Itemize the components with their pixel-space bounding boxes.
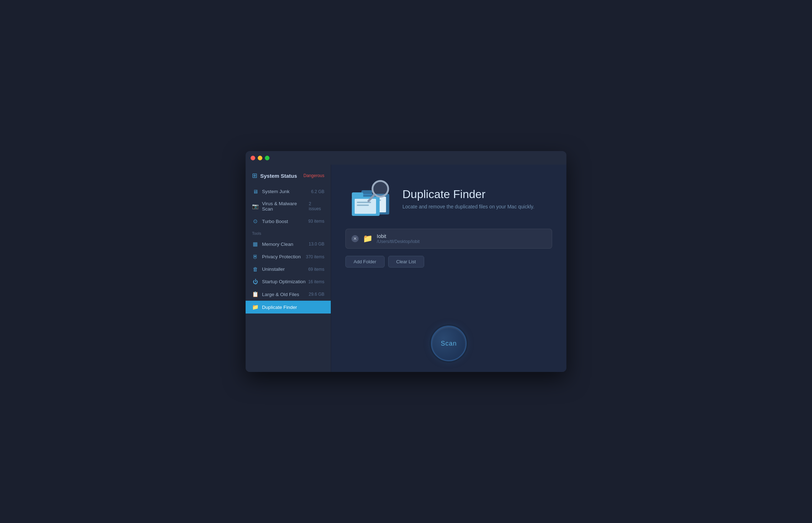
sidebar-item-duplicate-finder[interactable]: 📁 Duplicate Finder <box>246 301 331 314</box>
scan-area: Scan <box>331 268 566 372</box>
system-junk-icon: 🖥 <box>252 188 258 195</box>
folder-entry-info: Iobit /Users/tll/Desktop/Iobit <box>377 233 546 244</box>
duplicate-finder-icon: 📁 <box>252 304 258 310</box>
sidebar-item-turbo-boost[interactable]: ⊙ Turbo Boost 93 items <box>246 215 331 228</box>
startup-optimization-badge: 16 items <box>308 279 324 284</box>
svg-point-11 <box>372 181 388 197</box>
hero-icon <box>349 179 392 218</box>
hero-title: Duplicate Finder <box>402 188 534 201</box>
sidebar-item-large-old-files[interactable]: 📋 Large & Old Files 29.6 GB <box>246 288 331 301</box>
sidebar-item-privacy-protection[interactable]: ⛨ Privacy Protection 370 items <box>246 250 331 263</box>
large-old-files-badge: 29.6 GB <box>309 292 324 297</box>
sidebar-title-group: ⊞ System Status <box>252 172 297 180</box>
system-status-badge: Dangerous <box>303 173 324 178</box>
hero-subtitle: Locate and remove the duplicated files o… <box>402 204 534 209</box>
folder-entry: ✕ 📁 Iobit /Users/tll/Desktop/Iobit <box>345 229 552 249</box>
system-junk-badge: 6.2 GB <box>311 189 324 194</box>
memory-clean-label: Memory Clean <box>262 242 293 247</box>
folder-entry-name: Iobit <box>377 233 546 239</box>
sidebar-item-system-junk[interactable]: 🖥 System Junk 6.2 GB <box>246 185 331 198</box>
memory-clean-icon: ▦ <box>252 241 258 247</box>
hero-section: Duplicate Finder Locate and remove the d… <box>331 165 566 229</box>
virus-malware-badge: 2 issues <box>309 201 324 211</box>
sidebar-item-startup-optimization[interactable]: ⏻ Startup Optimization 16 items <box>246 275 331 288</box>
large-old-files-icon: 📋 <box>252 291 258 297</box>
folder-entry-icon: 📁 <box>363 234 372 243</box>
tools-section-label: Tools <box>246 228 331 238</box>
privacy-protection-icon: ⛨ <box>252 254 258 260</box>
svg-rect-8 <box>355 199 376 214</box>
large-old-files-label: Large & Old Files <box>262 292 299 297</box>
uninstaller-badge: 69 items <box>308 267 324 272</box>
virus-malware-label: Virus & Malware Scan <box>262 201 309 212</box>
uninstaller-icon: 🗑 <box>252 266 258 272</box>
sidebar-item-uninstaller[interactable]: 🗑 Uninstaller 69 items <box>246 263 331 275</box>
memory-clean-badge: 13.0 GB <box>309 242 324 247</box>
startup-optimization-icon: ⏻ <box>252 279 258 285</box>
minimize-button[interactable] <box>258 156 262 160</box>
turbo-boost-badge: 93 items <box>308 219 324 224</box>
scan-button[interactable]: Scan <box>431 326 467 361</box>
hero-text: Duplicate Finder Locate and remove the d… <box>402 188 534 209</box>
maximize-button[interactable] <box>265 156 269 160</box>
duplicate-finder-label: Duplicate Finder <box>262 305 297 310</box>
turbo-boost-icon: ⊙ <box>252 218 258 224</box>
startup-optimization-label: Startup Optimization <box>262 279 305 284</box>
clear-list-button[interactable]: Clear List <box>388 256 424 268</box>
app-body: ⊞ System Status Dangerous 🖥 System Junk … <box>246 165 566 372</box>
folder-actions: Add Folder Clear List <box>331 256 566 268</box>
folder-entry-path: /Users/tll/Desktop/Iobit <box>377 239 546 244</box>
traffic-lights <box>251 156 269 160</box>
remove-folder-button[interactable]: ✕ <box>351 235 359 242</box>
main-content: Duplicate Finder Locate and remove the d… <box>331 165 566 372</box>
duplicate-finder-illustration <box>349 179 392 218</box>
virus-malware-icon: 📷 <box>252 203 258 209</box>
uninstaller-label: Uninstaller <box>262 266 285 272</box>
sidebar-item-memory-clean[interactable]: ▦ Memory Clean 13.0 GB <box>246 238 331 250</box>
folder-list-section: ✕ 📁 Iobit /Users/tll/Desktop/Iobit <box>331 229 566 254</box>
title-bar <box>246 151 566 165</box>
sidebar-title: System Status <box>260 173 297 179</box>
svg-rect-10 <box>357 204 369 206</box>
sidebar-header: ⊞ System Status Dangerous <box>246 170 331 185</box>
turbo-boost-label: Turbo Boost <box>262 219 288 224</box>
system-status-icon: ⊞ <box>252 172 257 180</box>
sidebar: ⊞ System Status Dangerous 🖥 System Junk … <box>246 165 331 372</box>
system-junk-label: System Junk <box>262 189 289 194</box>
close-button[interactable] <box>251 156 255 160</box>
add-folder-button[interactable]: Add Folder <box>345 256 385 268</box>
privacy-protection-label: Privacy Protection <box>262 254 301 259</box>
svg-rect-7 <box>352 192 363 198</box>
app-window: ⊞ System Status Dangerous 🖥 System Junk … <box>246 151 566 372</box>
privacy-protection-badge: 370 items <box>306 254 324 259</box>
sidebar-item-virus-malware[interactable]: 📷 Virus & Malware Scan 2 issues <box>246 198 331 215</box>
